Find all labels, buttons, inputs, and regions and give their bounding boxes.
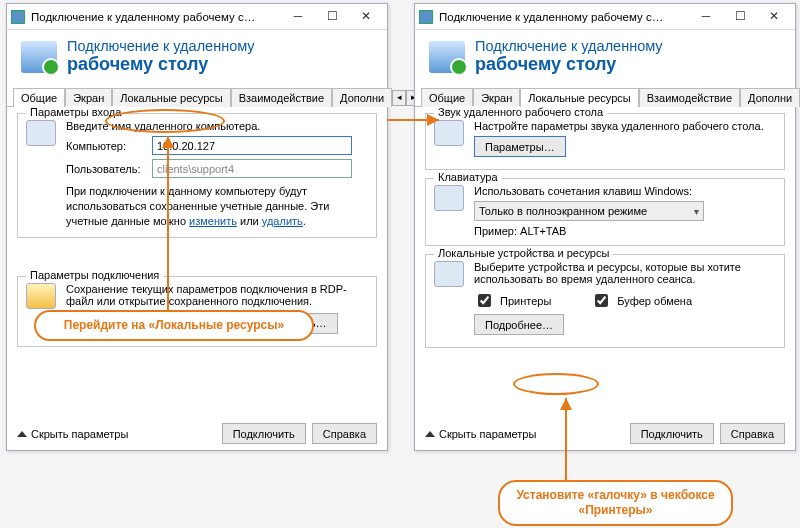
more-devices-button[interactable]: Подробнее… (474, 314, 564, 335)
banner-line2: рабочему столу (475, 54, 663, 75)
chevron-up-icon (17, 431, 27, 437)
tab-general[interactable]: Общие (13, 88, 65, 107)
connection-text: Сохранение текущих параметров подключени… (66, 283, 368, 307)
titlebar[interactable]: Подключение к удаленному рабочему с… (7, 4, 387, 30)
group-keyboard-title: Клавиатура (434, 171, 502, 183)
tab-additional[interactable]: Дополни (740, 88, 800, 107)
group-login: Параметры входа Введите имя удаленного к… (17, 113, 377, 238)
computer-label: Компьютер: (66, 140, 146, 152)
tab-screen[interactable]: Экран (473, 88, 520, 107)
user-input[interactable] (152, 159, 352, 178)
minimize-button[interactable] (689, 7, 723, 27)
computer-input[interactable] (152, 136, 352, 155)
window-title: Подключение к удаленному рабочему с… (31, 11, 281, 23)
keyboard-icon (434, 185, 464, 211)
clipboard-checkbox-input[interactable] (595, 294, 608, 307)
printers-checkbox-input[interactable] (478, 294, 491, 307)
annotation-callout-1: Перейдите на «Локальные ресурсы» (34, 310, 314, 341)
annotation-callout-2: Установите «галочку» в чекбоксе «Принтер… (498, 480, 733, 526)
banner: Подключение к удаленному рабочему столу (415, 30, 795, 85)
tab-scroll-left[interactable]: ◂ (392, 90, 406, 106)
group-devices: Локальные устройства и ресурсы Выберите … (425, 254, 785, 348)
chevron-up-icon (425, 431, 435, 437)
audio-text: Настройте параметры звука удаленного раб… (474, 120, 776, 132)
audio-params-button[interactable]: Параметры… (474, 136, 566, 157)
rdp-dialog-general: Подключение к удаленному рабочему с… Под… (6, 3, 388, 451)
group-connection-title: Параметры подключения (26, 269, 163, 281)
group-audio-title: Звук удаленного рабочего стола (434, 106, 607, 118)
printers-checkbox[interactable]: Принтеры (474, 291, 551, 310)
tab-general[interactable]: Общие (421, 88, 473, 107)
tab-local-resources[interactable]: Локальные ресурсы (520, 88, 638, 107)
help-button[interactable]: Справка (312, 423, 377, 444)
tabstrip: Общие Экран Локальные ресурсы Взаимодейс… (415, 87, 795, 107)
hide-params-link[interactable]: Скрыть параметры (425, 428, 536, 440)
close-button[interactable] (757, 7, 791, 27)
tab-interaction[interactable]: Взаимодействие (231, 88, 332, 107)
connect-button[interactable]: Подключить (630, 423, 714, 444)
tab-interaction[interactable]: Взаимодействие (639, 88, 740, 107)
computer-icon (26, 120, 56, 146)
tab-screen[interactable]: Экран (65, 88, 112, 107)
banner-line2: рабочему столу (67, 54, 255, 75)
banner: Подключение к удаленному рабочему столу (7, 30, 387, 85)
kbd-example: Пример: ALT+TAB (474, 225, 776, 237)
app-icon (11, 10, 25, 24)
annotation-ellipse-tab (105, 109, 225, 133)
tab-additional[interactable]: Дополни (332, 88, 392, 107)
rdp-icon (429, 41, 465, 73)
banner-line1: Подключение к удаленному (475, 38, 663, 54)
minimize-button[interactable] (281, 7, 315, 27)
group-audio: Звук удаленного рабочего стола Настройте… (425, 113, 785, 170)
connect-button[interactable]: Подключить (222, 423, 306, 444)
annotation-ellipse-checkbox (513, 373, 599, 395)
help-button[interactable]: Справка (720, 423, 785, 444)
rdp-dialog-local-resources: Подключение к удаленному рабочему с… Под… (414, 3, 796, 451)
tabstrip: Общие Экран Локальные ресурсы Взаимодейс… (7, 87, 387, 107)
delete-creds-link[interactable]: удалить (262, 215, 303, 227)
group-devices-title: Локальные устройства и ресурсы (434, 247, 613, 259)
clipboard-checkbox[interactable]: Буфер обмена (591, 291, 692, 310)
titlebar[interactable]: Подключение к удаленному рабочему с… (415, 4, 795, 30)
banner-line1: Подключение к удаленному (67, 38, 255, 54)
kbd-text: Использовать сочетания клавиш Windows: (474, 185, 776, 197)
close-button[interactable] (349, 7, 383, 27)
kbd-combo[interactable]: Только в полноэкранном режиме (474, 201, 704, 221)
app-icon (419, 10, 433, 24)
hide-params-link[interactable]: Скрыть параметры (17, 428, 128, 440)
folder-icon (26, 283, 56, 309)
devices-text: Выберите устройства и ресурсы, которые в… (474, 261, 776, 285)
edit-creds-link[interactable]: изменить (189, 215, 237, 227)
printer-icon (434, 261, 464, 287)
rdp-icon (21, 41, 57, 73)
group-keyboard: Клавиатура Использовать сочетания клавиш… (425, 178, 785, 246)
user-label: Пользователь: (66, 163, 146, 175)
speaker-icon (434, 120, 464, 146)
maximize-button[interactable] (723, 7, 757, 27)
tab-local-resources[interactable]: Локальные ресурсы (112, 88, 230, 107)
window-title: Подключение к удаленному рабочему с… (439, 11, 689, 23)
maximize-button[interactable] (315, 7, 349, 27)
